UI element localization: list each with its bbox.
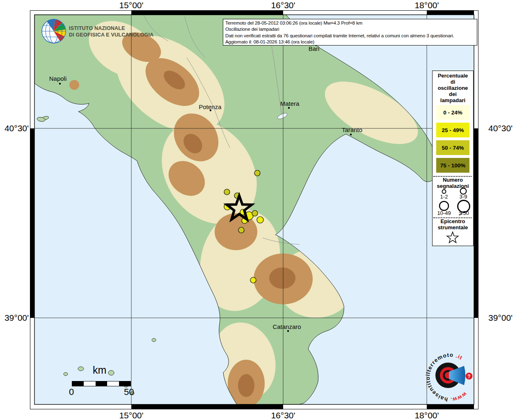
observation-dot <box>224 189 230 195</box>
scalebar-start: 0 <box>69 387 74 397</box>
legend-epicenter-title-line: Epicentro <box>433 218 473 224</box>
ingv-logo-globe <box>40 18 67 45</box>
observation-dot <box>252 210 258 216</box>
legend-swatch-50-74: 50 - 74% <box>436 140 469 155</box>
axis-label-right-3900: 39°00' <box>488 313 515 323</box>
city-label: Catanzaro <box>272 323 301 330</box>
city-dot <box>59 83 61 84</box>
legend-swatch-label: 25 - 49% <box>442 127 464 133</box>
legend-size-label-1-2: 1-2 <box>437 194 451 200</box>
axis-label-left-3900: 39°00' <box>0 313 29 323</box>
legend-swatch-label: 50 - 74% <box>442 145 464 151</box>
watermark-url-prefix: www. <box>450 391 468 403</box>
legend-swatch-75-100: 75 - 100% <box>436 158 469 173</box>
city-dot <box>350 134 352 135</box>
scalebar <box>72 381 131 386</box>
city-label: Matera <box>280 100 300 107</box>
macroseismic-map-page: { "info_box": { "line1": "Terremoto del … <box>0 0 515 420</box>
ingv-logo-text: ISTITUTO NAZIONALE DI GEOFISICA E VULCAN… <box>69 25 153 38</box>
info-line-source: Dati non verificati estratti da 76 quest… <box>225 32 477 39</box>
scalebar-segment <box>107 381 119 386</box>
scalebar-segment <box>119 381 130 386</box>
legend-panel: Percentuale di oscillazione dei lampadar… <box>432 71 474 246</box>
info-line-effect: Oscillazione dei lampadari <box>225 26 477 32</box>
legend-title-line: oscillazione <box>433 85 473 91</box>
legend-size-label-10-49: 10-49 <box>434 210 454 216</box>
legend-swatch-label: 75 - 100% <box>440 162 466 169</box>
legend-swatch-label: 0 - 24% <box>443 110 462 116</box>
watermark-url-tld: .it <box>455 353 464 361</box>
legend-title-line: di <box>433 79 473 85</box>
legend-title-line: dei <box>433 91 473 97</box>
observation-dot <box>250 277 256 283</box>
axis-label-bottom-1630: 16°30' <box>254 411 312 420</box>
legend-title-line: Percentuale <box>433 73 473 79</box>
scalebar-segment <box>84 381 95 386</box>
city-label: Potenza <box>199 103 222 110</box>
axis-label-right-4030: 40°30' <box>488 123 515 133</box>
ingv-name-line2: DI GEOFISICA E VULCANOLOGIA <box>69 32 153 38</box>
legend-title-line: lampadari <box>433 97 473 103</box>
city-dot <box>288 107 290 109</box>
watermark-question-mark: ? <box>467 374 470 379</box>
city-dot <box>287 330 289 332</box>
scalebar-segment <box>72 381 84 386</box>
legend-size-label-50: ⩾50 <box>455 210 472 216</box>
legend-swatch-0-24: 0 - 24% <box>436 105 469 120</box>
ingv-name-line1: ISTITUTO NAZIONALE <box>69 25 153 32</box>
info-line-event: Terremoto del 28-05-2012 03:06:26 (ora l… <box>225 20 477 26</box>
scalebar-end: 50 <box>124 387 134 397</box>
city-label: Bari <box>309 45 320 52</box>
scalebar-unit: km <box>93 364 106 376</box>
axis-label-bottom-15: 15°00' <box>103 411 160 420</box>
observation-dot <box>238 227 244 233</box>
legend-epicenter-star <box>445 231 460 244</box>
axis-label-top-18: 18°00' <box>398 0 455 10</box>
scalebar-segment <box>96 381 107 386</box>
city-label: Taranto <box>342 126 362 133</box>
axis-label-top-15: 15°00' <box>103 0 160 10</box>
legend-size-label-3-9: 3-9 <box>456 194 471 200</box>
info-line-updated: Aggiornato il: 08-01-2026 13:46 (ora loc… <box>225 39 477 45</box>
legend-epicenter-title-line: strumentale <box>433 224 473 231</box>
axis-label-left-4030: 40°30' <box>0 123 29 133</box>
legend-intensity-title: Percentuale di oscillazione dei lampadar… <box>433 73 473 103</box>
city-label: Napoli <box>49 75 67 82</box>
observation-dot <box>254 170 260 176</box>
axis-label-bottom-18: 18°00' <box>398 411 455 420</box>
observation-dot <box>257 217 263 223</box>
haisentitoilterremoto-watermark[interactable]: www. haisentitoilterremoto .it ? <box>423 349 480 408</box>
axis-label-top-1630: 16°30' <box>254 0 312 10</box>
legend-epicenter-title: Epicentro strumentale <box>433 218 473 231</box>
legend-swatch-25-49: 25 - 49% <box>436 123 469 137</box>
legend-counts-title-line: Numero <box>433 177 473 183</box>
earthquake-info-box: Terremoto del 28-05-2012 03:06:26 (ora l… <box>223 19 477 46</box>
